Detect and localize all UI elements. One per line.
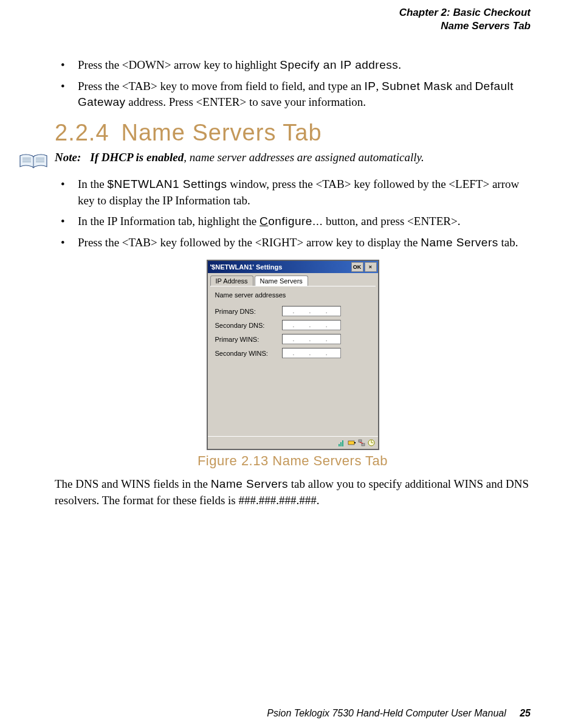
screenshot-container: '$NETWLAN1' Settings OK × IP Address Nam… [55,260,531,450]
svg-rect-11 [354,442,356,443]
signal-icon [338,439,346,447]
figure-caption: Figure 2.13 Name Servers Tab [55,453,531,469]
note-block: Note: If DHCP is enabled, name server ad… [18,151,531,170]
list-item: Press the <DOWN> arrow key to highlight … [55,57,531,74]
note-label: Note: [55,151,81,164]
list-item: In the $NETWLAN1 Settings window, press … [55,176,531,209]
close-button[interactable]: × [365,262,377,272]
primary-dns-label: Primary DNS: [215,308,282,315]
primary-dns-input[interactable] [282,306,341,316]
primary-wins-input[interactable] [282,334,341,344]
section-label: Name Servers Tab [0,19,531,33]
secondary-dns-input[interactable] [282,320,341,330]
list-item: Press the <TAB> key followed by the <RIG… [55,235,531,251]
tab-name-servers[interactable]: Name Servers [255,276,308,286]
svg-rect-7 [339,444,340,446]
page-number: 25 [520,708,531,718]
network-icon [357,439,366,447]
book-icon [18,152,49,170]
chapter-label: Chapter 2: Basic Checkout [0,6,531,19]
window-title: '$NETWLAN1' Settings [210,263,283,271]
svg-rect-10 [348,441,354,445]
list-item: In the IP Information tab, highlight the… [55,213,531,230]
clock-icon [367,439,376,447]
primary-wins-label: Primary WINS: [215,336,282,343]
settings-window: '$NETWLAN1' Settings OK × IP Address Nam… [207,260,379,450]
secondary-wins-input[interactable] [282,348,341,358]
body-paragraph: The DNS and WINS fields in the Name Serv… [55,476,531,508]
taskbar [208,436,378,449]
field-row: Primary WINS: [215,334,371,344]
tab-panel: Name server addresses Primary DNS: Secon… [210,286,376,436]
svg-rect-12 [359,440,362,442]
bullet-list-mid: In the $NETWLAN1 Settings window, press … [55,176,531,251]
main-content: Press the <DOWN> arrow key to highlight … [0,36,564,508]
svg-rect-8 [340,442,342,446]
svg-rect-9 [342,440,343,446]
field-row: Primary DNS: [215,306,371,316]
field-row: Secondary DNS: [215,320,371,330]
page-footer: Psion Teklogix 7530 Hand-Held Computer U… [267,708,531,719]
section-heading: 2.2.4Name Servers Tab [55,120,531,146]
window-titlebar: '$NETWLAN1' Settings OK × [208,261,378,273]
secondary-wins-label: Secondary WINS: [215,350,282,357]
svg-line-14 [360,442,363,443]
panel-heading: Name server addresses [215,291,371,299]
list-item: Press the <TAB> key to move from field t… [55,78,531,111]
ok-button[interactable]: OK [351,262,363,272]
tab-strip: IP Address Name Servers [208,273,378,286]
footer-text: Psion Teklogix 7530 Hand-Held Computer U… [267,708,506,718]
bullet-list-top: Press the <DOWN> arrow key to highlight … [55,57,531,111]
battery-icon [348,439,356,447]
field-row: Secondary WINS: [215,348,371,358]
note-text: If DHCP is enabled, name server addresse… [90,151,531,164]
secondary-dns-label: Secondary DNS: [215,322,282,329]
page-header: Chapter 2: Basic Checkout Name Servers T… [0,0,564,36]
tab-ip-address[interactable]: IP Address [210,276,253,286]
svg-rect-13 [362,443,365,446]
